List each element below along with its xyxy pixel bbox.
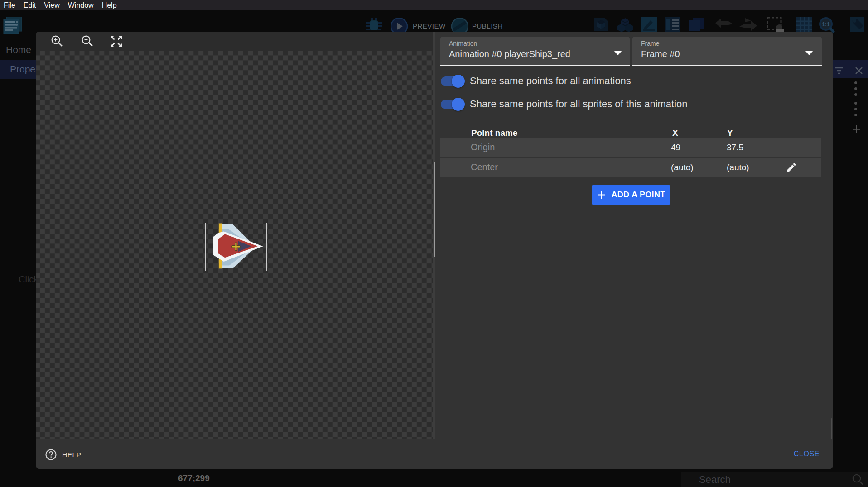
svg-text:1:1: 1:1: [822, 21, 830, 28]
